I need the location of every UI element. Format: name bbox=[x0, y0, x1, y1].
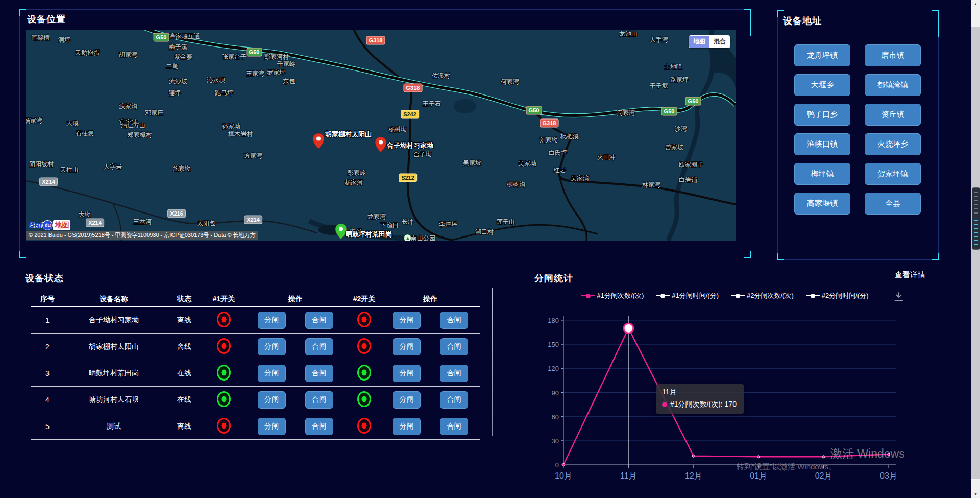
map-place-label: 紫金寨 bbox=[174, 53, 192, 61]
page-scrollbar[interactable]: ▲ ▼ bbox=[971, 0, 980, 498]
address-button[interactable]: 火烧坪乡 bbox=[865, 133, 921, 155]
switch-indicator-cell bbox=[348, 391, 381, 409]
address-button[interactable]: 磨市镇 bbox=[865, 44, 921, 66]
park-icon bbox=[404, 234, 411, 241]
trip-button[interactable]: 分闸 bbox=[258, 418, 286, 435]
road-badge-g50: G50 bbox=[526, 106, 542, 115]
address-button[interactable]: 高家堰镇 bbox=[794, 193, 850, 215]
map-place-label: 杨树坳 bbox=[388, 125, 407, 134]
close-button[interactable]: 合闸 bbox=[440, 338, 468, 355]
legend-item[interactable]: #1分闸时间/(分) bbox=[656, 291, 719, 300]
map-place-label: 干子堰 bbox=[650, 82, 668, 90]
view-details-link[interactable]: 查看详情 bbox=[895, 270, 925, 280]
switch-indicator-on bbox=[357, 391, 371, 407]
legend-item[interactable]: #1分闸次数/(次) bbox=[581, 291, 644, 300]
map-place-label: 笔架槽 bbox=[31, 34, 50, 42]
trip-button[interactable]: 分闸 bbox=[258, 338, 286, 355]
scrollbar-up-arrow[interactable]: ▲ bbox=[971, 0, 980, 8]
address-button[interactable]: 龙舟坪镇 bbox=[794, 44, 850, 66]
operation-cell: 分闸合闸 bbox=[381, 365, 480, 382]
switch-indicator-cell bbox=[348, 418, 381, 435]
address-button[interactable]: 都镇湾镇 bbox=[865, 74, 921, 96]
map-pin-marker[interactable] bbox=[375, 137, 386, 154]
road-badge-g50: G50 bbox=[685, 97, 701, 106]
address-button[interactable]: 资丘镇 bbox=[865, 104, 921, 126]
table-row: 3晒鼓坪村荒田岗在线分闸合闸分闸合闸 bbox=[31, 360, 480, 387]
scrollbar-down-arrow[interactable]: ▼ bbox=[971, 490, 980, 498]
trip-button[interactable]: 分闸 bbox=[258, 312, 286, 329]
address-button[interactable]: 渔峡口镇 bbox=[794, 133, 850, 155]
close-button[interactable]: 合闸 bbox=[305, 312, 333, 329]
device-status-title: 设备状态 bbox=[25, 272, 64, 284]
map-place-label: 龙家湾 bbox=[368, 212, 386, 221]
map-place-label: 三岔河 bbox=[133, 218, 152, 226]
road-badge-x214: X214 bbox=[244, 216, 262, 224]
trip-button[interactable]: 分闸 bbox=[258, 391, 286, 409]
trip-button[interactable]: 分闸 bbox=[393, 365, 421, 382]
close-button[interactable]: 合闸 bbox=[305, 365, 333, 382]
address-button[interactable]: 榔坪镇 bbox=[794, 163, 850, 185]
map-place-label: 梅子溪 bbox=[169, 43, 187, 52]
map-place-label: 莲子山 bbox=[497, 218, 515, 226]
address-button[interactable]: 大堰乡 bbox=[794, 74, 850, 96]
operation-cell: 分闸合闸 bbox=[243, 365, 348, 382]
trip-button[interactable]: 分闸 bbox=[393, 418, 421, 435]
address-button[interactable]: 全县 bbox=[865, 193, 921, 215]
close-button[interactable]: 合闸 bbox=[440, 365, 468, 382]
close-button[interactable]: 合闸 bbox=[305, 338, 333, 355]
table-cell: 4 bbox=[31, 396, 64, 404]
close-button[interactable]: 合闸 bbox=[440, 391, 468, 409]
table-cell: 2 bbox=[31, 343, 64, 351]
trip-button[interactable]: 分闸 bbox=[393, 312, 421, 329]
legend-marker-icon bbox=[806, 294, 820, 298]
table-row: 2胡家棚村太阳山离线分闸合闸分闸合闸 bbox=[31, 334, 480, 360]
baidu-map[interactable]: 笔架槽洞坪天鹅抱蛋胡家湾高家堰互通梅子溪紫金寨二墩流沙坡沁水坝张家台子彭家河村千… bbox=[26, 30, 736, 241]
panel-title-device-address: 设备地址 bbox=[783, 15, 822, 27]
address-button[interactable]: 贺家坪镇 bbox=[865, 163, 921, 185]
svg-text:03月: 03月 bbox=[880, 471, 897, 480]
legend-item[interactable]: #2分闸次数/(次) bbox=[731, 291, 794, 300]
table-cell: 在线 bbox=[164, 369, 205, 378]
table-row: 1合子坳村习家坳离线分闸合闸分闸合闸 bbox=[31, 307, 480, 334]
table-cell: 测试 bbox=[64, 422, 164, 431]
map-place-label: 阴阳坡村 bbox=[29, 160, 54, 169]
map-pin-label: 合子坳村习家坳 bbox=[387, 141, 433, 150]
scrollbar-thumb[interactable] bbox=[971, 27, 980, 479]
close-button[interactable]: 合闸 bbox=[305, 418, 333, 435]
trip-button[interactable]: 分闸 bbox=[258, 365, 286, 382]
table-header-cell: #1开关 bbox=[205, 295, 243, 304]
corner-decoration bbox=[932, 253, 939, 260]
map-place-label: 郑家樟村 bbox=[128, 131, 152, 139]
trip-button[interactable]: 分闸 bbox=[393, 391, 421, 409]
switch-indicator-off bbox=[357, 418, 371, 434]
map-pin-marker[interactable] bbox=[313, 133, 324, 151]
map-type-map-button[interactable]: 地图 bbox=[689, 36, 709, 48]
table-row: 4塘坊河村大石坝在线分闸合闸分闸合闸 bbox=[31, 387, 480, 413]
legend-item[interactable]: #2分闸时间/(分) bbox=[806, 291, 869, 300]
switch-indicator-off bbox=[217, 312, 231, 327]
map-place-label: 清江方山 bbox=[121, 121, 145, 130]
map-place-label: 下渔口 bbox=[380, 221, 399, 230]
map-pin-marker[interactable] bbox=[335, 224, 347, 241]
map-place-label: 王家湾 bbox=[246, 69, 264, 78]
switch-indicator-on bbox=[357, 365, 371, 381]
table-header-cell: 设备名称 bbox=[64, 295, 164, 304]
operation-cell: 分闸合闸 bbox=[243, 338, 348, 355]
table-header-cell: 操作 bbox=[381, 295, 480, 304]
road-badge-g50: G50 bbox=[154, 33, 169, 42]
table-scrollbar[interactable] bbox=[492, 288, 493, 436]
switch-indicator-on bbox=[217, 365, 231, 381]
map-type-hybrid-button[interactable]: 混合 bbox=[709, 36, 730, 48]
address-button[interactable]: 鸭子口乡 bbox=[794, 104, 850, 126]
trip-button[interactable]: 分闸 bbox=[393, 338, 421, 355]
close-button[interactable]: 合闸 bbox=[440, 312, 468, 329]
switch-indicator-off bbox=[357, 312, 371, 327]
close-button[interactable]: 合闸 bbox=[440, 418, 468, 435]
operation-cell: 分闸合闸 bbox=[243, 418, 348, 435]
table-header-cell: 状态 bbox=[164, 295, 205, 304]
close-button[interactable]: 合闸 bbox=[305, 391, 333, 409]
road-badge-x216: X216 bbox=[167, 209, 186, 218]
table-row: 5测试离线分闸合闸分闸合闸 bbox=[31, 413, 480, 440]
operation-cell: 分闸合闸 bbox=[243, 312, 348, 329]
corner-decoration bbox=[744, 251, 751, 258]
